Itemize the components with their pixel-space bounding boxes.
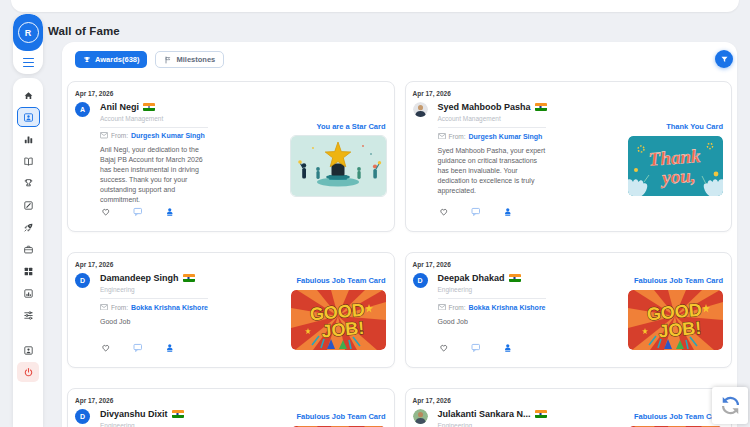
tab-milestones[interactable]: Milestones — [155, 51, 224, 68]
award-card-image: GOOD JOB! — [291, 290, 386, 350]
from-row: From: Bokka Krishna Kishore — [438, 304, 546, 311]
funnel-icon — [720, 55, 729, 64]
card-actions — [438, 341, 546, 352]
india-flag-icon — [535, 410, 547, 418]
sidebar-item-profile[interactable] — [17, 340, 39, 360]
sidebar-item-library[interactable] — [17, 151, 39, 171]
avatar: D — [413, 273, 428, 288]
comment-icon — [471, 207, 481, 217]
recipient-name[interactable]: Anil Negi — [100, 102, 139, 112]
star-card-art — [291, 136, 386, 196]
like-button[interactable] — [439, 341, 450, 352]
card-date: Apr 17, 2026 — [413, 397, 724, 404]
department-label: Account Management — [100, 115, 208, 122]
sidebar-item-preferences[interactable] — [17, 305, 39, 325]
sidebar-item-awards[interactable] — [17, 173, 39, 193]
user-card-icon — [23, 345, 34, 356]
person-icon — [165, 343, 175, 353]
recaptcha-badge[interactable] — [712, 387, 748, 424]
card-type-label: Fabulous Job Team Card — [296, 412, 385, 421]
person-icon — [503, 343, 513, 353]
hamburger-menu-icon[interactable] — [13, 51, 43, 74]
like-button[interactable] — [439, 205, 450, 216]
tab-milestones-label: Milestones — [176, 55, 215, 64]
sidebar-item-home[interactable] — [17, 85, 39, 105]
department-label: Engineering — [100, 422, 208, 427]
award-card: Apr 17, 2026 A Anil Negi Account Managem… — [67, 81, 395, 232]
tab-awards[interactable]: Awards(638) — [75, 51, 147, 68]
sender-link[interactable]: Bokka Krishna Kishore — [131, 304, 208, 311]
avatar-photo — [413, 409, 428, 424]
recipient-name[interactable]: Deepak Dhakad — [438, 273, 505, 283]
from-label: From: — [111, 132, 128, 139]
edit-icon — [23, 200, 34, 211]
comment-icon — [471, 343, 481, 353]
grid-icon — [23, 266, 34, 277]
recipient-name[interactable]: Syed Mahboob Pasha — [438, 102, 531, 112]
recaptcha-icon — [719, 394, 742, 417]
sender-link[interactable]: Durgesh Kumar Singh — [468, 133, 542, 140]
envelope-icon — [100, 132, 108, 139]
sidebar-item-jobs[interactable] — [17, 239, 39, 259]
recipient-name[interactable]: Julakanti Sankara N... — [438, 409, 531, 419]
like-button[interactable] — [101, 205, 112, 216]
avatar-initial: D — [417, 277, 422, 284]
like-button[interactable] — [101, 341, 112, 352]
thank-you-card-art: Thank you, — [628, 136, 723, 196]
award-card: Apr 17, 2026 D Divyanshu Dixit Engineeri… — [67, 388, 395, 427]
from-row: From: Durgesh Kumar Singh — [100, 132, 208, 139]
card-type-label: You are a Star Card — [316, 122, 385, 131]
divider — [100, 127, 208, 128]
card-type-label: Fabulous Job Team Card — [634, 276, 723, 285]
card-type-label: Thank You Card — [666, 122, 723, 131]
sidebar-item-logout[interactable] — [17, 362, 39, 382]
power-icon — [23, 367, 34, 378]
avatar-photo — [413, 102, 428, 117]
from-label: From: — [111, 304, 128, 311]
sender-link[interactable]: Durgesh Kumar Singh — [131, 132, 205, 139]
sidebar-item-apps[interactable] — [17, 261, 39, 281]
award-card: Apr 17, 2026 Syed Mahboob Pasha Account … — [405, 81, 733, 232]
recipient-button[interactable] — [165, 341, 176, 352]
avatar: D — [75, 273, 90, 288]
sidebar-item-launch[interactable] — [17, 217, 39, 237]
card-date: Apr 17, 2026 — [413, 90, 724, 97]
avatar — [413, 409, 428, 424]
recipient-button[interactable] — [165, 205, 176, 216]
tab-bar: Awards(638) Milestones — [62, 42, 737, 68]
rocket-icon — [23, 222, 34, 233]
top-strip — [11, 0, 739, 12]
recipient-button[interactable] — [503, 341, 514, 352]
comment-button[interactable] — [133, 341, 144, 352]
envelope-icon — [438, 304, 446, 311]
award-card-image: Thank you, — [628, 136, 723, 196]
from-label: From: — [449, 304, 466, 311]
comment-button[interactable] — [133, 205, 144, 216]
avatar-initial: A — [80, 106, 85, 113]
recipient-name[interactable]: Damandeep Singh — [100, 273, 179, 283]
recipient-button[interactable] — [503, 205, 514, 216]
sidebar-item-analytics[interactable] — [17, 283, 39, 303]
heart-icon — [101, 207, 111, 217]
award-message: Good Job — [100, 317, 208, 327]
trophy-icon — [83, 56, 91, 64]
comment-button[interactable] — [471, 205, 482, 216]
card-actions — [100, 341, 208, 352]
recipient-name[interactable]: Divyanshu Dixit — [100, 409, 168, 419]
card-date: Apr 17, 2026 — [413, 261, 724, 268]
award-message: Good Job — [438, 317, 546, 327]
sidebar-item-compose[interactable] — [17, 195, 39, 215]
department-label: Engineering — [100, 286, 208, 293]
sliders-icon — [23, 310, 34, 321]
sidebar-item-wall-of-fame[interactable] — [17, 107, 40, 127]
card-actions — [438, 205, 546, 216]
app-logo-pill: R — [13, 14, 43, 74]
flag-icon — [164, 56, 172, 64]
envelope-icon — [438, 133, 446, 140]
filter-button[interactable] — [715, 50, 733, 68]
comment-button[interactable] — [471, 341, 482, 352]
comment-icon — [133, 207, 143, 217]
sender-link[interactable]: Bokka Krishna Kishore — [468, 304, 545, 311]
sidebar-item-reports[interactable] — [17, 129, 39, 149]
heart-icon — [101, 343, 111, 353]
